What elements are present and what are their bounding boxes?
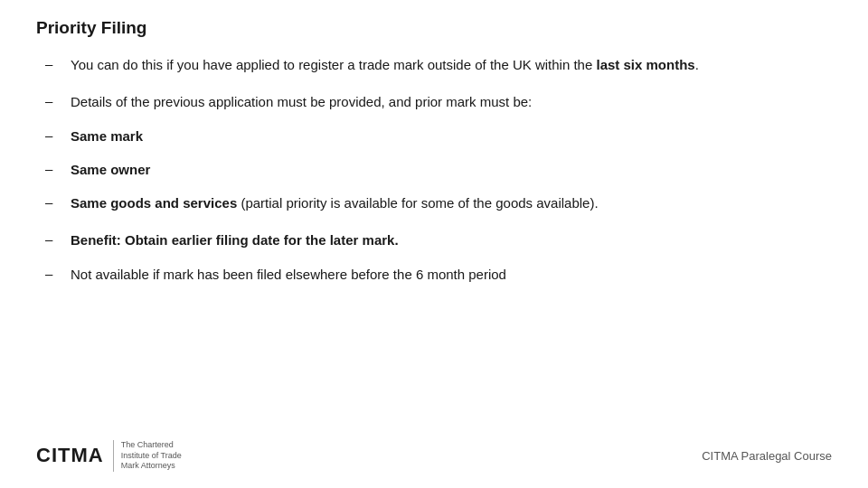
logo-line3: Mark Attorneys [121, 461, 182, 472]
content-area: – You can do this if you have applied to… [36, 54, 832, 285]
bullet-dash: – [45, 91, 71, 112]
footer: CITMA The Chartered Institute of Trade M… [0, 440, 868, 472]
course-label: CITMA Paralegal Course [702, 449, 832, 463]
bullet-row: – Same owner [45, 159, 832, 180]
bullet-dash: – [45, 54, 71, 75]
bullet-group-1: – You can do this if you have applied to… [45, 54, 832, 75]
logo-area: CITMA The Chartered Institute of Trade M… [36, 440, 182, 472]
bullet-dash: – [45, 159, 71, 180]
page: Priority Filing – You can do this if you… [0, 0, 868, 488]
logo-citma: CITMA [36, 444, 104, 467]
bullet-row: – Benefit: Obtain earlier filing date fo… [45, 230, 832, 250]
bullet-text: Same goods and services (partial priorit… [71, 192, 832, 213]
bullet-text: Details of the previous application must… [71, 91, 832, 112]
bullet-row: – Same goods and services (partial prior… [45, 192, 832, 213]
logo-line1: The Chartered [121, 440, 182, 451]
bullet-dash: – [45, 230, 71, 250]
page-title: Priority Filing [36, 18, 832, 38]
bullet-group-3: – Benefit: Obtain earlier filing date fo… [45, 230, 832, 285]
bullet-text: Same owner [71, 159, 832, 180]
bullet-row: – Not available if mark has been filed e… [45, 264, 832, 285]
bullet-text: Benefit: Obtain earlier filing date for … [71, 230, 832, 250]
bullet-text: You can do this if you have applied to r… [71, 54, 832, 75]
bullet-text: Not available if mark has been filed els… [71, 264, 832, 285]
bullet-text: Same mark [71, 126, 832, 146]
bullet-group-2: – Details of the previous application mu… [45, 91, 832, 213]
bullet-dash: – [45, 192, 71, 213]
bullet-row: – You can do this if you have applied to… [45, 54, 832, 75]
bullet-dash: – [45, 264, 71, 285]
bullet-dash: – [45, 126, 71, 146]
logo-line2: Institute of Trade [121, 451, 182, 462]
logo-text: The Chartered Institute of Trade Mark At… [113, 440, 182, 472]
bullet-row: – Same mark [45, 126, 832, 146]
bullet-row: – Details of the previous application mu… [45, 91, 832, 112]
